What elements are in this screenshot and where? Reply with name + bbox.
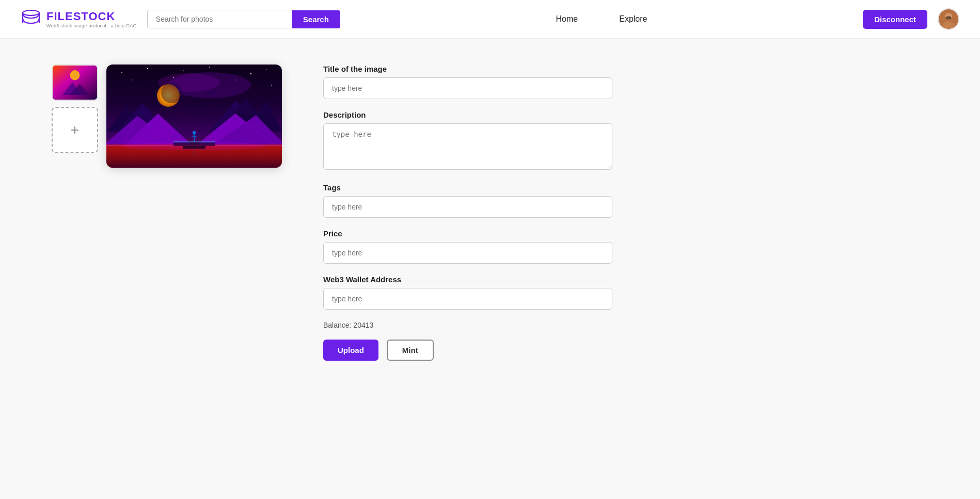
title-group: Title of the image: [323, 65, 612, 99]
upload-button[interactable]: Upload: [323, 340, 378, 361]
search-button[interactable]: Search: [292, 10, 340, 28]
svg-point-26: [161, 83, 182, 103]
main-content: +: [0, 39, 980, 387]
description-group: Description: [323, 110, 612, 172]
mint-button[interactable]: Mint: [387, 340, 434, 361]
title-label: Title of the image: [323, 65, 612, 73]
logo-subtitle: Web3 stock image protocol - a beta DAG: [46, 23, 137, 28]
nav-explore[interactable]: Explore: [619, 14, 647, 24]
title-input[interactable]: [323, 77, 612, 99]
svg-point-9: [70, 70, 80, 80]
logo-area: FILESTOCK Web3 stock image protocol - a …: [21, 8, 137, 30]
nav-links: Home Explore: [351, 14, 852, 24]
add-image-button[interactable]: +: [52, 107, 98, 153]
thumbnail-1[interactable]: [52, 65, 98, 101]
nav-home[interactable]: Home: [556, 14, 578, 24]
tags-label: Tags: [323, 183, 612, 192]
wallet-label: Web3 Wallet Address: [323, 275, 612, 284]
description-label: Description: [323, 110, 612, 119]
svg-point-47: [193, 131, 196, 134]
form-actions: Upload Mint: [323, 340, 612, 361]
logo-text-wrap: FILESTOCK Web3 stock image protocol - a …: [46, 10, 137, 28]
add-icon: +: [71, 122, 79, 138]
wallet-input[interactable]: [323, 288, 612, 310]
avatar-image: [939, 9, 958, 29]
svg-point-22: [271, 85, 272, 86]
svg-point-18: [266, 69, 267, 70]
logo-icon: [21, 8, 41, 30]
svg-point-13: [121, 72, 122, 73]
search-input[interactable]: [147, 10, 292, 28]
price-label: Price: [323, 229, 612, 238]
left-panel: +: [52, 65, 282, 168]
svg-point-7: [949, 17, 951, 19]
price-input[interactable]: [323, 242, 612, 264]
thumb-image-1: [53, 66, 97, 100]
svg-point-15: [183, 70, 184, 71]
svg-point-14: [147, 68, 148, 69]
balance-display: Balance: 20413: [323, 321, 612, 329]
wallet-group: Web3 Wallet Address: [323, 275, 612, 310]
svg-point-19: [132, 79, 133, 81]
thumbnails: +: [52, 65, 98, 153]
search-area: Search: [147, 10, 340, 28]
logo-title: FILESTOCK: [46, 10, 137, 23]
tags-input[interactable]: [323, 196, 612, 218]
tags-group: Tags: [323, 183, 612, 218]
price-group: Price: [323, 229, 612, 264]
svg-point-6: [946, 17, 948, 19]
svg-point-0: [23, 10, 39, 15]
svg-point-17: [250, 73, 251, 74]
header: FILESTOCK Web3 stock image protocol - a …: [0, 0, 980, 39]
disconnect-button[interactable]: Disconnect: [863, 10, 927, 29]
avatar[interactable]: [938, 8, 959, 30]
description-textarea[interactable]: [323, 123, 612, 170]
form-panel: Title of the image Description Tags Pric…: [323, 65, 612, 361]
header-right: Disconnect: [863, 8, 959, 30]
main-image-container: [106, 65, 282, 168]
main-image-canvas: [106, 65, 282, 168]
svg-point-16: [209, 67, 210, 68]
svg-rect-43: [173, 142, 215, 146]
